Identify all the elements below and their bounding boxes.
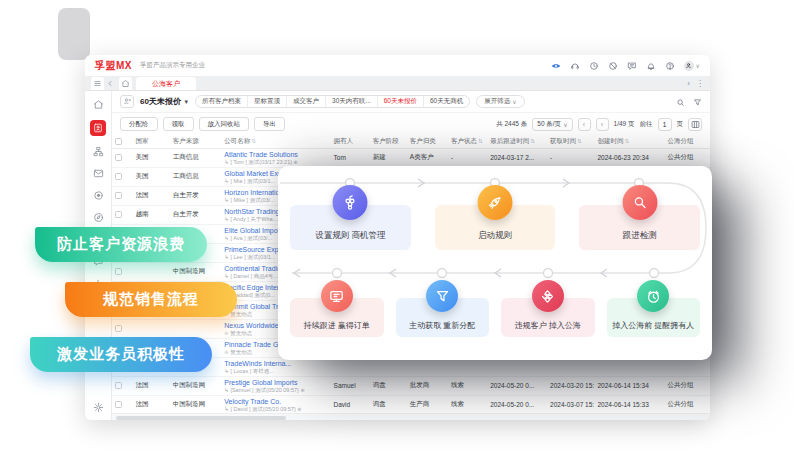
row-checkbox[interactable]	[115, 325, 122, 332]
scrollbar-thumb[interactable]	[116, 416, 286, 420]
cell: 自主开发	[170, 224, 222, 243]
row-checkbox[interactable]	[115, 344, 122, 351]
tab-scroll-right-icon[interactable]: ›	[687, 79, 690, 88]
avatar	[684, 61, 694, 71]
quick-filter-pill[interactable]: 30天内有联...	[326, 96, 378, 107]
view-title[interactable]: 60天未报价 ▼	[140, 96, 189, 107]
quick-filter-pill[interactable]: 成交客户	[287, 96, 326, 107]
page-size-select[interactable]: 50 条/页∨	[532, 118, 572, 131]
clock-icon[interactable]	[589, 61, 599, 71]
chat-icon[interactable]	[627, 61, 637, 71]
row-checkbox-cell	[112, 205, 133, 224]
goto-page-input[interactable]	[658, 118, 672, 131]
quick-filter-pill[interactable]: 所有客户档案	[196, 96, 248, 107]
row-checkbox[interactable]	[115, 401, 122, 408]
workflow-step-label: 设置规则 商机管理	[315, 230, 385, 242]
sidebar-item-compass[interactable]	[92, 211, 105, 224]
row-checkbox[interactable]	[115, 192, 122, 199]
cell: 中国制造网	[170, 395, 222, 413]
workflow-step[interactable]: 持续跟进 赢得订单	[290, 298, 384, 337]
workflow-step[interactable]: 设置规则 商机管理	[290, 205, 411, 250]
workflow-step[interactable]: 主动获取 重新分配	[396, 298, 490, 337]
workflow-step[interactable]: 启动规则	[435, 205, 556, 250]
help-icon[interactable]	[665, 61, 675, 71]
menu-icon[interactable]	[91, 77, 104, 90]
sidebar-item-home[interactable]	[92, 98, 105, 111]
workflow-step[interactable]: 跟进检测	[579, 205, 700, 250]
action-button[interactable]: 领取	[163, 117, 194, 131]
cell: 工商信息	[170, 148, 222, 167]
row-checkbox[interactable]	[115, 306, 122, 313]
company-link[interactable]: Atlantic Trade Solutions	[224, 150, 327, 159]
company-cell: Atlantic Trade Solutions↳ [ Tom ] 测试(03/…	[221, 148, 330, 167]
cell: 新建	[370, 148, 407, 167]
user-menu[interactable]: ∨	[684, 61, 700, 71]
row-checkbox[interactable]	[115, 230, 122, 237]
knot-icon	[532, 280, 564, 312]
row-checkbox-cell	[112, 300, 133, 319]
action-button[interactable]: 放入回收站	[199, 117, 250, 131]
sidebar-item-chat-bubble[interactable]	[92, 255, 105, 268]
workflow-step[interactable]: 违规客户 掉入公海	[501, 298, 595, 337]
quick-filter-group: 所有客户档案星标置顶成交客户30天内有联...60天未报价60天无商机	[195, 95, 470, 108]
view-switch-icon[interactable]	[120, 95, 134, 108]
cell: 生产商	[407, 395, 448, 413]
select-all-checkbox[interactable]	[115, 138, 122, 145]
column-header: 客户状态⇅	[448, 135, 487, 148]
sidebar-item-gear[interactable]	[92, 401, 105, 414]
row-checkbox[interactable]	[115, 268, 122, 275]
cell	[170, 243, 222, 262]
quick-filter-pill[interactable]: 星标置顶	[248, 96, 287, 107]
row-checkbox[interactable]	[115, 363, 122, 370]
sort-icon[interactable]: ⇅	[251, 138, 256, 144]
sidebar-item-target[interactable]	[92, 189, 105, 202]
action-button[interactable]: 分配给	[120, 117, 158, 131]
prev-page-button[interactable]: ‹	[578, 118, 591, 131]
row-checkbox[interactable]	[115, 382, 122, 389]
tab-more-icon[interactable]: ⋮	[696, 79, 704, 88]
headset-icon[interactable]	[570, 61, 580, 71]
row-checkbox[interactable]	[115, 287, 122, 294]
search-icon[interactable]	[676, 93, 685, 111]
sidebar-item-chart[interactable]	[92, 277, 105, 290]
sidebar-item-customers[interactable]	[90, 120, 106, 136]
bell-icon[interactable]	[646, 61, 656, 71]
quick-filter-pill[interactable]: 60天未报价	[378, 96, 424, 107]
table-row: 法国中国制造网Prestige Global Imports↳ [Samuel …	[112, 376, 710, 395]
sort-icon[interactable]: ⇅	[478, 138, 483, 144]
tab-public-sea-customers[interactable]: 公海客户	[136, 77, 196, 90]
back-icon[interactable]	[104, 77, 117, 90]
filter-icon[interactable]	[693, 93, 702, 111]
row-checkbox[interactable]	[115, 211, 122, 218]
sidebar-item-mail[interactable]	[92, 167, 105, 180]
sort-icon[interactable]: ⇅	[624, 138, 629, 144]
action-button[interactable]: 导出	[254, 117, 285, 131]
company-cell: Prestige Global Imports↳ [Samuel ] 测试(05…	[221, 376, 330, 395]
cell: -	[448, 148, 487, 167]
row-checkbox[interactable]	[115, 249, 122, 256]
quick-filter-pill[interactable]: 60天无商机	[424, 96, 469, 107]
sidebar-item-org[interactable]	[92, 145, 105, 158]
sidebar-item-contact[interactable]	[92, 233, 105, 246]
expand-filter-button[interactable]: 展开筛选∨	[476, 95, 524, 108]
row-checkbox[interactable]	[115, 154, 122, 161]
dnd-icon[interactable]	[608, 61, 618, 71]
home-tab-icon[interactable]	[119, 77, 132, 90]
next-page-button[interactable]: ›	[596, 118, 609, 131]
cell: 中国制造网	[170, 262, 222, 281]
horizontal-scrollbar[interactable]	[112, 413, 710, 420]
goto-label: 前往	[640, 120, 653, 129]
column-settings-icon[interactable]	[688, 118, 702, 131]
monitor-icon	[321, 280, 353, 312]
row-checkbox-cell	[112, 376, 133, 395]
cell	[170, 300, 222, 319]
rocket-icon	[478, 185, 513, 220]
sort-icon[interactable]: ⇅	[577, 138, 582, 144]
table-row: 法国中国制造网Velocity Trade Co.↳ [ David ] 测试(…	[112, 395, 710, 413]
company-link[interactable]: Velocity Trade Co.	[224, 397, 327, 406]
workflow-step[interactable]: 掉入公海前 提醒拥有人	[607, 298, 701, 337]
sort-icon[interactable]: ⇅	[530, 138, 535, 144]
row-checkbox[interactable]	[115, 173, 122, 180]
eye-icon[interactable]	[551, 61, 561, 71]
company-link[interactable]: Prestige Global Imports	[224, 378, 327, 387]
